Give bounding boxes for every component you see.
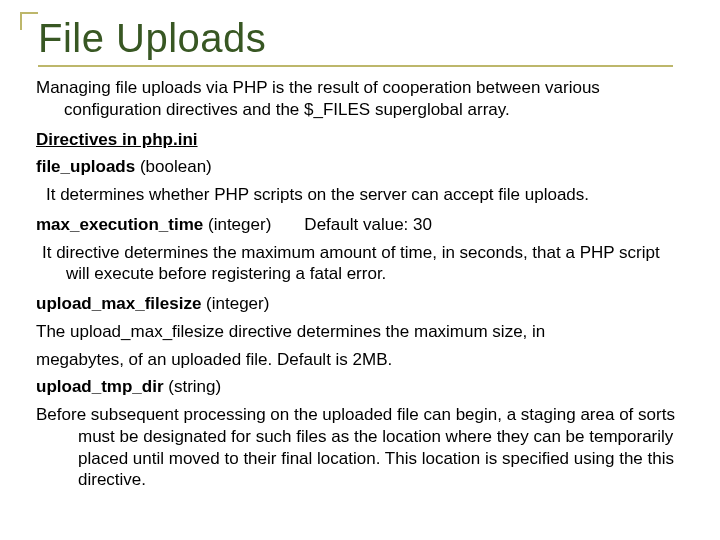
type-file-uploads: (boolean)	[140, 157, 212, 176]
corner-decoration	[20, 12, 38, 30]
desc-file-uploads: It determines whether PHP scripts on the…	[36, 184, 684, 206]
desc-upload-max-filesize-2: megabytes, of an uploaded file. Default …	[36, 349, 684, 371]
term-max-execution-time: max_execution_time	[36, 215, 203, 234]
section-heading: Directives in php.ini	[36, 129, 684, 151]
slide-body: Managing file uploads via PHP is the res…	[36, 77, 684, 491]
term-file-uploads: file_uploads	[36, 157, 135, 176]
intro-text: Managing file uploads via PHP is the res…	[36, 77, 684, 121]
type-max-execution-time: (integer)	[208, 215, 271, 234]
directive-upload-tmp-dir: upload_tmp_dir (string)	[36, 376, 684, 398]
desc-upload-max-filesize-1: The upload_max_filesize directive determ…	[36, 321, 684, 343]
directive-max-execution-time: max_execution_time (integer) Default val…	[36, 214, 684, 236]
term-upload-max-filesize: upload_max_filesize	[36, 294, 201, 313]
slide-title: File Uploads	[38, 16, 684, 61]
type-upload-tmp-dir: (string)	[168, 377, 221, 396]
desc-upload-tmp-dir: Before subsequent processing on the uplo…	[36, 404, 684, 491]
default-max-execution-time: Default value: 30	[304, 215, 432, 234]
type-upload-max-filesize: (integer)	[206, 294, 269, 313]
directive-upload-max-filesize: upload_max_filesize (integer)	[36, 293, 684, 315]
title-rule	[38, 65, 673, 67]
desc-max-execution-time: It directive determines the maximum amou…	[36, 242, 684, 286]
directive-file-uploads: file_uploads (boolean)	[36, 156, 684, 178]
slide: File Uploads Managing file uploads via P…	[0, 0, 720, 540]
term-upload-tmp-dir: upload_tmp_dir	[36, 377, 164, 396]
